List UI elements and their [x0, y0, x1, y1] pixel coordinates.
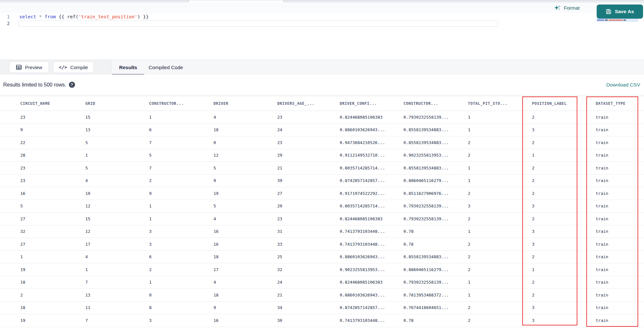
- table-cell: 24: [277, 127, 340, 132]
- code-editor[interactable]: 1 select * from {{ ref('train_test_posit…: [0, 13, 644, 59]
- table-cell: 15: [85, 115, 149, 120]
- table-cell: 0.7813953488372...: [403, 293, 468, 297]
- table-cell: train: [596, 267, 644, 272]
- minimap-jinja-mark: [623, 20, 626, 21]
- table-cell: 4: [213, 216, 277, 221]
- save-as-button[interactable]: Save As: [597, 5, 643, 19]
- table-cell: 0.824468085106383: [340, 216, 403, 221]
- column-header: CIRCUIT_NAME: [20, 101, 85, 106]
- table-cell: 9: [213, 305, 277, 310]
- code-line-1-content: select * from {{ ref('train_test_positio…: [13, 14, 149, 19]
- action-bar: Preview </> Compile Results Compiled Cod…: [0, 59, 644, 75]
- table-cell: 22: [20, 140, 85, 145]
- code-line-1[interactable]: 1 select * from {{ ref('train_test_posit…: [0, 14, 149, 20]
- compile-button[interactable]: </> Compile: [53, 61, 94, 73]
- preview-button-label: Preview: [25, 65, 42, 70]
- code-token: {{: [59, 14, 64, 19]
- table-cell: 29: [277, 153, 340, 158]
- table-cell: 1: [149, 204, 213, 208]
- table-cell: 27: [20, 242, 85, 247]
- table-cell: 6: [149, 254, 213, 259]
- table-cell: 25: [277, 254, 340, 259]
- table-cell: 23: [277, 216, 340, 221]
- table-cell: 1: [532, 153, 596, 158]
- table-cell: 0.824468085106383: [340, 115, 403, 120]
- table-cell: 0: [213, 140, 277, 145]
- active-line-highlight[interactable]: [18, 21, 498, 27]
- table-cell: 12: [85, 204, 149, 208]
- table-row: 197316300.7413793103448...0.7823train: [0, 314, 644, 327]
- column-header: DATASET_TYPE: [596, 101, 644, 106]
- table-cell: 5: [20, 204, 85, 208]
- table-cell: 10: [85, 191, 149, 196]
- table-cell: train: [596, 204, 644, 208]
- table-row: 913618240.8860103626943...0.855813953488…: [0, 124, 644, 137]
- table-cell: 0.824468085106383: [340, 280, 403, 285]
- tab-results[interactable]: Results: [112, 60, 144, 75]
- table-cell: 0.8860465116279...: [403, 178, 468, 183]
- table-cell: train: [596, 254, 644, 259]
- format-button[interactable]: Format: [554, 4, 580, 12]
- table-cell: 2: [468, 318, 532, 323]
- column-header: CONSTRUCTOR...: [149, 101, 213, 106]
- table-cell: 9: [20, 127, 85, 132]
- code-token: [140, 14, 143, 19]
- table-cell: 17: [213, 267, 277, 272]
- table-cell: 2: [468, 242, 532, 247]
- minimap-jinja-mark: [605, 20, 608, 21]
- code-token: }}: [143, 14, 148, 19]
- table-cell: train: [596, 293, 644, 297]
- table-row: 18714240.8244680851063830.7930232558139.…: [0, 276, 644, 289]
- table-cell: 13: [85, 293, 149, 297]
- tab-compiled-code[interactable]: Compiled Code: [146, 60, 186, 75]
- dbt-ide-window: Format Save As 1 select * from {{ ref('t…: [0, 0, 644, 328]
- table-cell: 32: [277, 267, 340, 272]
- table-cell: 11: [85, 305, 149, 310]
- table-cell: 4: [85, 178, 149, 183]
- table-cell: 0.78: [403, 229, 468, 234]
- download-csv-link[interactable]: Download CSV: [606, 75, 640, 95]
- table-cell: 1: [468, 115, 532, 120]
- table-cell: 23: [20, 178, 85, 183]
- table-cell: 5: [85, 166, 149, 170]
- table-cell: 31: [277, 229, 340, 234]
- table-cell: 2: [532, 293, 596, 297]
- table-row: 191217320.9023255813953...0.886046511627…: [0, 263, 644, 276]
- table-cell: 2: [468, 140, 532, 145]
- column-header: DRIVERS_AGE_...: [277, 101, 340, 106]
- code-token: [36, 14, 39, 19]
- table-cell: 17: [85, 242, 149, 247]
- table-cell: 1: [149, 216, 213, 221]
- table-cell: 33: [277, 242, 340, 247]
- code-line-2[interactable]: 2: [0, 20, 19, 27]
- table-row: 51215200.8035714285714...0.7930232558139…: [0, 200, 644, 213]
- table-cell: 1: [149, 115, 213, 120]
- table-cell: train: [596, 242, 644, 247]
- table-cell: 27: [277, 191, 340, 196]
- table-cell: 0.8742857142857...: [340, 178, 403, 183]
- table-cell: 0.9473684210526...: [340, 140, 403, 145]
- table-cell: 5: [213, 204, 277, 208]
- results-table: CIRCUIT_NAMEGRIDCONSTRUCTOR...DRIVERDRIV…: [0, 95, 644, 328]
- table-cell: 1: [85, 267, 149, 272]
- table-cell: 3: [532, 242, 596, 247]
- table-cell: 18: [20, 305, 85, 310]
- table-cell: 2: [468, 216, 532, 221]
- table-cell: 2: [532, 115, 596, 120]
- table-cell: 0.8511627906976...: [403, 191, 468, 196]
- table-cell: 2: [468, 254, 532, 259]
- help-icon[interactable]: ?: [69, 82, 75, 88]
- table-cell: 8: [149, 305, 213, 310]
- table-cell: 18: [213, 293, 277, 297]
- table-cell: train: [596, 318, 644, 323]
- table-cell: 6: [149, 127, 213, 132]
- table-cell: 13: [85, 127, 149, 132]
- column-header: GRID: [85, 101, 149, 106]
- table-cell: 1: [468, 127, 532, 132]
- table-cell: train: [596, 153, 644, 158]
- table-cell: train: [596, 166, 644, 170]
- preview-button[interactable]: Preview: [9, 61, 49, 73]
- code-icon: </>: [59, 65, 67, 70]
- table-row: 22570230.9473684210526...0.8558139534883…: [0, 136, 644, 149]
- table-cell: 7: [85, 318, 149, 323]
